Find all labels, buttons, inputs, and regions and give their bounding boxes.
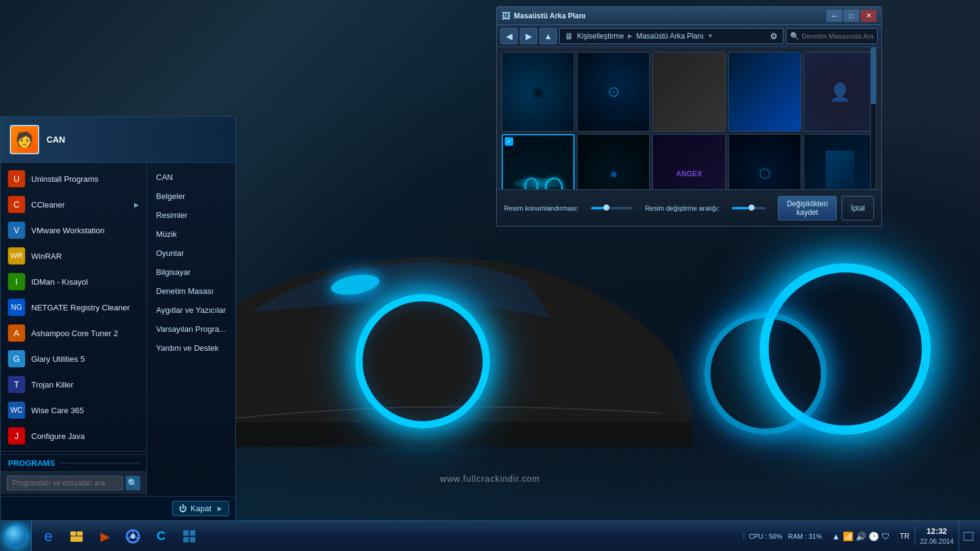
window-title-text: Masaüstü Arka Planı xyxy=(514,12,826,20)
right-menu-oyunlar[interactable]: Oyunlar xyxy=(147,244,235,263)
menu-item-glary[interactable]: G Glary Utilities 5 xyxy=(1,346,146,372)
window-titlebar: 🖼 Masaüstü Arka Planı ─ □ ✕ xyxy=(497,7,881,25)
cancel-button[interactable]: İptal xyxy=(842,196,874,220)
svg-rect-11 xyxy=(190,537,195,542)
network-icon[interactable]: 📶 xyxy=(843,531,853,541)
svg-rect-9 xyxy=(190,530,195,536)
submenu-arrow: ▶ xyxy=(134,201,139,208)
address-settings-icon: ⚙ xyxy=(770,31,778,41)
svg-rect-10 xyxy=(183,537,189,542)
window-title-icon: 🖼 xyxy=(502,11,510,21)
wallpaper-thumb-3[interactable] xyxy=(652,52,725,132)
menu-item-trojan[interactable]: T Trojan Killer xyxy=(1,372,146,397)
volume-icon[interactable]: 🔊 xyxy=(856,531,866,541)
taskbar-switcher-icon[interactable] xyxy=(176,523,203,550)
minimize-button[interactable]: ─ xyxy=(826,10,842,22)
language-indicator[interactable]: TR xyxy=(895,532,914,541)
address-dropdown[interactable]: ▼ xyxy=(707,32,714,39)
right-menu-denetim[interactable]: Denetim Masası xyxy=(147,282,235,301)
save-button[interactable]: Değişiklikleri kaydet xyxy=(778,196,837,220)
taskbar-cyberfox-icon[interactable]: C xyxy=(148,523,175,550)
antivirus-icon[interactable]: 🛡 xyxy=(881,531,890,541)
programs-divider-line xyxy=(60,463,139,463)
right-menu-muzik[interactable]: Müzik xyxy=(147,225,235,244)
show-desktop-button[interactable] xyxy=(959,521,977,551)
user-name: CAN xyxy=(47,135,65,144)
svg-rect-0 xyxy=(70,531,76,536)
interval-slider-thumb[interactable] xyxy=(748,204,755,211)
start-menu-bottom: ⏻ Kapat ▶ xyxy=(1,496,235,520)
up-button[interactable]: ▲ xyxy=(540,28,557,44)
clock-icon[interactable]: 🕑 xyxy=(869,531,879,541)
interval-slider[interactable] xyxy=(732,207,766,209)
search-input[interactable] xyxy=(7,476,123,490)
programs-section-label: programs xyxy=(1,454,146,471)
system-tray: ▲ 📶 🔊 🕑 🛡 xyxy=(827,531,895,541)
right-menu-bilgisayar[interactable]: Bilgisayar xyxy=(147,263,235,282)
menu-item-ashampoo[interactable]: A Ashampoo Core Tuner 2 xyxy=(1,320,146,346)
ccleaner-icon: C xyxy=(8,196,25,213)
menu-item-vmware[interactable]: V VMware Workstation xyxy=(1,217,146,243)
right-menu-resimler[interactable]: Resimler xyxy=(147,206,235,225)
search-bar: 🔍 xyxy=(1,471,146,494)
right-menu-belgeler[interactable]: Belgeler xyxy=(147,187,235,206)
svg-point-4 xyxy=(130,534,135,539)
shutdown-button[interactable]: ⏻ Kapat ▶ xyxy=(172,501,229,516)
address-separator: ▶ xyxy=(628,32,633,39)
window-controls: ─ □ ✕ xyxy=(826,10,876,22)
clock-area[interactable]: 12:32 22.06.2014 xyxy=(914,526,959,547)
wisecare-icon: WC xyxy=(8,402,25,419)
search-field[interactable] xyxy=(802,32,873,40)
show-hidden-icon[interactable]: ▲ xyxy=(832,531,840,541)
slider-thumb[interactable] xyxy=(603,204,609,211)
taskbar-chrome-icon[interactable] xyxy=(119,523,146,550)
menu-item-winrar[interactable]: WR WinRAR xyxy=(1,243,146,269)
glary-icon: G xyxy=(8,350,25,367)
action-buttons: Değişiklikleri kaydet İptal xyxy=(778,196,874,220)
right-menu-can[interactable]: CAN xyxy=(147,168,235,187)
address-bar: 🖥 Kişiselleştirme ▶ Masaüstü Arka Planı … xyxy=(559,28,783,44)
menu-item-netgate[interactable]: NG NETGATE Registry Cleaner xyxy=(1,294,146,320)
menu-item-java[interactable]: J Configure Java xyxy=(1,423,146,449)
back-button[interactable]: ◀ xyxy=(500,28,518,44)
netgate-icon: NG xyxy=(8,299,25,316)
cp-scrollbar[interactable] xyxy=(870,47,876,189)
right-menu-aygitlar[interactable]: Aygıtlar ve Yazıcılar xyxy=(147,301,235,320)
cp-bottom-bar: Resim konumlandırması: Resim değiştirme … xyxy=(497,189,881,226)
search-icon: 🔍 xyxy=(790,32,799,40)
maximize-button[interactable]: □ xyxy=(843,10,859,22)
slider-track xyxy=(591,207,604,209)
interval-slider-track xyxy=(732,207,748,209)
start-button[interactable] xyxy=(0,521,32,552)
forward-button[interactable]: ▶ xyxy=(520,28,537,44)
start-menu: 🧑 CAN U Uninstall Programs C CCleaner ▶ xyxy=(0,116,236,520)
right-menu-varsayilan[interactable]: Varsayılan Progra... xyxy=(147,320,235,339)
taskbar-right: CPU : 50% RAM : 31% ▲ 📶 🔊 🕑 🛡 TR 12:32 2… xyxy=(744,521,980,551)
menu-item-idman[interactable]: I IDMan - Kısayol xyxy=(1,269,146,294)
taskbar: e ▶ C CPU : 50% RAM : 31% ▲ 📶 🔊 🕑 🛡 TR 1… xyxy=(0,520,980,551)
wallpaper-thumb-2[interactable]: ⊙ xyxy=(577,52,650,132)
taskbar-media-icon[interactable]: ▶ xyxy=(91,523,118,550)
ram-display: RAM : 31% xyxy=(788,533,822,540)
svg-rect-2 xyxy=(77,531,83,536)
menu-item-wisecare[interactable]: WC Wise Care 365 xyxy=(1,397,146,423)
wallpaper-thumb-4[interactable] xyxy=(728,52,801,132)
search-button[interactable]: 🔍 xyxy=(126,476,140,490)
start-menu-header: 🧑 CAN xyxy=(1,117,235,163)
watermark: www.fullcrackindir.com xyxy=(440,474,540,484)
right-menu-yardim[interactable]: Yardım ve Destek xyxy=(147,339,235,358)
start-menu-body: U Uninstall Programs C CCleaner ▶ V VMwa… xyxy=(1,163,235,496)
close-button[interactable]: ✕ xyxy=(861,10,876,22)
vmware-icon: V xyxy=(8,222,25,239)
wallpaper-thumb-5[interactable]: 👤 xyxy=(804,52,876,132)
menu-item-ccleaner[interactable]: C CCleaner ▶ xyxy=(1,192,146,217)
menu-item-uninstall[interactable]: U Uninstall Programs xyxy=(1,166,146,192)
start-orb xyxy=(5,525,27,547)
window-toolbar: ◀ ▶ ▲ 🖥 Kişiselleştirme ▶ Masaüstü Arka … xyxy=(497,25,881,47)
svg-rect-8 xyxy=(183,530,189,536)
wallpaper-thumb-1[interactable]: ◉ xyxy=(502,52,575,132)
taskbar-ie-icon[interactable]: e xyxy=(35,523,62,550)
cp-scrollbar-thumb[interactable] xyxy=(871,48,876,104)
taskbar-explorer-icon[interactable] xyxy=(63,523,90,550)
position-slider[interactable] xyxy=(591,207,633,209)
